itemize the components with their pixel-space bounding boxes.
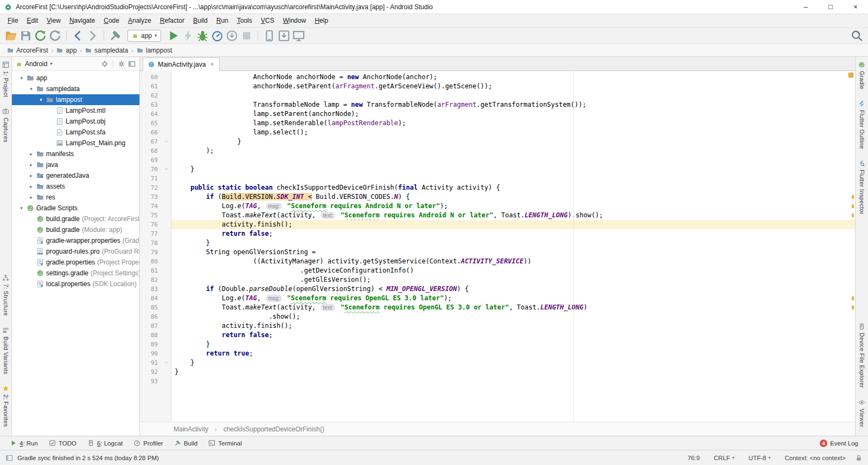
close-button[interactable]: × bbox=[843, 0, 868, 14]
lock-icon[interactable] bbox=[855, 454, 863, 462]
code-line-90[interactable]: 90 return true; bbox=[140, 349, 855, 358]
tool-button-2-favorites[interactable]: 2: Favorites bbox=[2, 385, 9, 427]
tree-item-lamppost-mtl[interactable]: LampPost.mtl bbox=[12, 105, 139, 116]
close-tab-icon[interactable]: × bbox=[210, 61, 214, 68]
menu-window[interactable]: Window bbox=[278, 15, 310, 26]
menu-tools[interactable]: Tools bbox=[233, 15, 257, 26]
menu-edit[interactable]: Edit bbox=[22, 15, 42, 26]
code-line-74[interactable]: 74 Log.e(TAG, msg: "Sceneform requires A… bbox=[140, 202, 855, 211]
search-icon[interactable] bbox=[850, 29, 864, 42]
code-line-61[interactable]: 61 anchorNode.setParent(arFragment.getAr… bbox=[140, 82, 855, 91]
fold-marker-icon[interactable] bbox=[162, 138, 170, 146]
code-line-86[interactable]: 86 .show(); bbox=[140, 312, 855, 321]
sync-gradle-icon[interactable] bbox=[34, 29, 47, 42]
code-line-67[interactable]: 67 } bbox=[140, 137, 855, 146]
tree-item-local-properties-sdk-location[interactable]: local.properties(SDK Location) bbox=[12, 279, 139, 289]
code-line-75[interactable]: 75 Toast.makeText(activity, text: "Scene… bbox=[140, 211, 855, 220]
menu-help[interactable]: Help bbox=[310, 15, 333, 26]
encoding-selector[interactable]: UTF-8 ▾ bbox=[744, 455, 776, 461]
toolwindow-toggle-icon[interactable] bbox=[5, 454, 13, 462]
settings-gear-icon[interactable] bbox=[118, 60, 125, 68]
code-line-60[interactable]: 60 AnchorNode anchorNode = new AnchorNod… bbox=[140, 73, 855, 82]
context-indicator[interactable]: Context: <no context> bbox=[780, 455, 851, 461]
minimize-button[interactable]: – bbox=[793, 0, 818, 14]
code-line-72[interactable]: 72 public static boolean checkIsSupporte… bbox=[140, 183, 855, 192]
code-line-63[interactable]: 63 TransformableNode lamp = new Transfor… bbox=[140, 100, 855, 109]
code-line-77[interactable]: 77 return false; bbox=[140, 229, 855, 238]
project-view-selector[interactable]: Android bbox=[25, 60, 47, 68]
code-line-84[interactable]: 84 Log.e(TAG, msg: "Sceneform requires O… bbox=[140, 294, 855, 303]
sync-refresh-icon[interactable] bbox=[48, 29, 62, 42]
tool-button-terminal[interactable]: Terminal bbox=[203, 436, 247, 450]
tool-button-build[interactable]: Build bbox=[169, 436, 203, 450]
open-folder-icon[interactable] bbox=[4, 29, 18, 42]
code-line-92[interactable]: 92} bbox=[140, 367, 855, 377]
menu-refactor[interactable]: Refactor bbox=[156, 15, 189, 26]
hide-panel-icon[interactable] bbox=[128, 60, 136, 68]
tree-item-sampledata[interactable]: ▾sampledata bbox=[12, 83, 139, 94]
tree-item-manifests[interactable]: ▸manifests bbox=[12, 148, 139, 159]
attach-debugger-icon[interactable] bbox=[225, 29, 239, 42]
code-line-78[interactable]: 78 } bbox=[140, 238, 855, 248]
tree-item-lamppost-obj[interactable]: LampPost.obj bbox=[12, 116, 139, 127]
tool-button-todo[interactable]: TODO bbox=[43, 436, 82, 450]
tool-button-1-project[interactable]: 1: Project bbox=[2, 61, 9, 97]
tree-item-gradle-properties-project-properties[interactable]: gradle.properties(Project Properties) bbox=[12, 257, 139, 268]
code-line-64[interactable]: 64 lamp.setParent(anchorNode); bbox=[140, 109, 855, 119]
breadcrumb-arcorefirst[interactable]: ArcoreFirst bbox=[5, 46, 50, 55]
code-line-70[interactable]: 70 } bbox=[140, 165, 855, 174]
forward-arrow-icon[interactable] bbox=[86, 29, 99, 42]
code-editor[interactable]: 60 AnchorNode anchorNode = new AnchorNod… bbox=[140, 71, 855, 422]
code-line-79[interactable]: 79 String openGlVersionString = bbox=[140, 248, 855, 257]
tree-item-res[interactable]: ▸res bbox=[12, 192, 139, 203]
tree-item-lamppost-main-png[interactable]: LampPost_Main.png bbox=[12, 138, 139, 148]
code-line-91[interactable]: 91 } bbox=[140, 358, 855, 367]
menu-navigate[interactable]: Navigate bbox=[65, 15, 99, 26]
locate-file-icon[interactable] bbox=[101, 60, 108, 68]
save-all-icon[interactable] bbox=[19, 29, 33, 42]
tab-mainactivity-java[interactable]: C MainActivity.java × bbox=[143, 57, 220, 71]
code-line-83[interactable]: 83 if (Double.parseDouble(openGlVersionS… bbox=[140, 285, 855, 294]
code-line-73[interactable]: 73 if (Build.VERSION.SDK_INT < Build.VER… bbox=[140, 192, 855, 202]
menu-view[interactable]: View bbox=[42, 15, 65, 26]
code-line-85[interactable]: 85 Toast.makeText(activity, text: "Scene… bbox=[140, 303, 855, 312]
code-line-68[interactable]: 68 ); bbox=[140, 146, 855, 156]
tree-item-gradle-scripts[interactable]: ▾Gradle Scripts bbox=[12, 203, 139, 214]
tool-button-flutter-outline[interactable]: Flutter Outline bbox=[858, 100, 865, 149]
tool-button-event-log[interactable]: 4Event Log bbox=[814, 436, 864, 450]
back-arrow-icon[interactable] bbox=[71, 29, 85, 42]
tree-item-lamppost[interactable]: ▾lamppost bbox=[12, 94, 139, 105]
tool-button-build-variants[interactable]: Build Variants bbox=[2, 327, 9, 374]
breadcrumb-sampledata[interactable]: sampledata bbox=[84, 46, 130, 55]
line-ending-selector[interactable]: CRLF ▾ bbox=[709, 455, 739, 461]
tool-button-device-file-explorer[interactable]: Device File Explorer bbox=[858, 323, 865, 388]
device-monitor-icon[interactable] bbox=[292, 29, 305, 42]
caret-position-indicator[interactable]: 76:9 bbox=[682, 455, 704, 461]
debug-bug-icon[interactable] bbox=[196, 29, 209, 42]
tool-button-6-logcat[interactable]: 6: Logcat bbox=[82, 436, 128, 450]
tree-item-build-gradle-module-app[interactable]: build.gradle(Module: app) bbox=[12, 224, 139, 235]
tool-button-profiler[interactable]: Profiler bbox=[128, 436, 168, 450]
tool-button-gradle[interactable]: Gradle bbox=[858, 61, 865, 89]
tree-item-app[interactable]: ▾app bbox=[12, 73, 139, 83]
menu-file[interactable]: File bbox=[3, 15, 22, 26]
tree-item-build-gradle-project-arcorefirst[interactable]: build.gradle(Project: ArcoreFirst) bbox=[12, 214, 139, 224]
code-line-82[interactable]: 82 .getGlEsVersion(); bbox=[140, 275, 855, 285]
tree-item-lamppost-sfa[interactable]: LampPost.sfa bbox=[12, 127, 139, 138]
tool-button-4-run[interactable]: 4: Run bbox=[4, 436, 43, 450]
profile-gauge-icon[interactable] bbox=[210, 29, 224, 42]
code-line-87[interactable]: 87 activity.finish(); bbox=[140, 321, 855, 331]
tool-button-flutter-inspector[interactable]: Flutter Inspector bbox=[858, 160, 865, 215]
apply-changes-icon[interactable] bbox=[181, 29, 195, 42]
tree-item-java[interactable]: ▸java bbox=[12, 159, 139, 170]
tree-item-assets[interactable]: ▸assets bbox=[12, 181, 139, 192]
code-line-66[interactable]: 66 lamp.select(); bbox=[140, 128, 855, 137]
menu-analyze[interactable]: Analyze bbox=[124, 15, 156, 26]
stop-icon[interactable] bbox=[240, 29, 253, 42]
build-hammer-icon[interactable] bbox=[108, 29, 122, 42]
menu-build[interactable]: Build bbox=[189, 15, 212, 26]
tool-button-7-structure[interactable]: 7: Structure bbox=[2, 274, 9, 316]
avd-manager-icon[interactable] bbox=[263, 29, 276, 42]
tree-item-generatedjava[interactable]: ▸generatedJava bbox=[12, 170, 139, 181]
code-line-93[interactable]: 93 bbox=[140, 377, 855, 386]
